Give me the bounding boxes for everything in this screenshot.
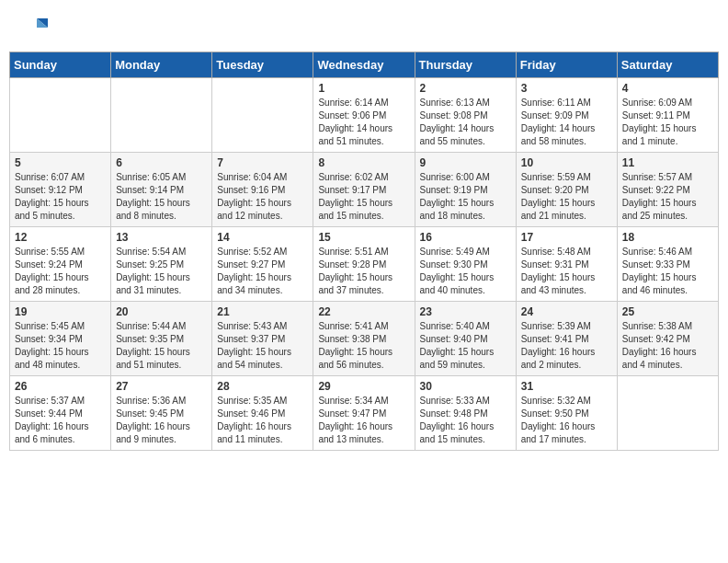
day-number: 3: [521, 82, 612, 95]
day-number: 5: [15, 156, 106, 169]
day-number: 27: [116, 380, 207, 393]
day-number: 22: [318, 305, 409, 318]
day-number: 9: [420, 156, 511, 169]
calendar-cell: 2Sunrise: 6:13 AM Sunset: 9:08 PM Daylig…: [415, 78, 516, 153]
calendar-cell: 6Sunrise: 6:05 AM Sunset: 9:14 PM Daylig…: [111, 153, 212, 227]
day-number: 20: [116, 305, 207, 318]
calendar-cell: 28Sunrise: 5:35 AM Sunset: 9:46 PM Dayli…: [212, 376, 313, 451]
calendar-cell: 14Sunrise: 5:52 AM Sunset: 9:27 PM Dayli…: [212, 227, 313, 302]
calendar-cell: 5Sunrise: 6:07 AM Sunset: 9:12 PM Daylig…: [10, 153, 111, 227]
calendar-week-row: 5Sunrise: 6:07 AM Sunset: 9:12 PM Daylig…: [10, 153, 719, 227]
calendar-body: 1Sunrise: 6:14 AM Sunset: 9:06 PM Daylig…: [10, 78, 719, 451]
day-info: Sunrise: 5:32 AM Sunset: 9:50 PM Dayligh…: [521, 395, 612, 446]
day-info: Sunrise: 5:34 AM Sunset: 9:47 PM Dayligh…: [318, 395, 409, 446]
day-number: 7: [217, 156, 308, 169]
day-info: Sunrise: 5:35 AM Sunset: 9:46 PM Dayligh…: [217, 395, 308, 446]
calendar-cell: 23Sunrise: 5:40 AM Sunset: 9:40 PM Dayli…: [415, 302, 516, 376]
weekday-header-monday: Monday: [111, 52, 212, 78]
day-info: Sunrise: 6:13 AM Sunset: 9:08 PM Dayligh…: [420, 97, 511, 148]
calendar-week-row: 12Sunrise: 5:55 AM Sunset: 9:24 PM Dayli…: [10, 227, 719, 302]
day-info: Sunrise: 6:04 AM Sunset: 9:16 PM Dayligh…: [217, 171, 308, 223]
calendar-cell: 20Sunrise: 5:44 AM Sunset: 9:35 PM Dayli…: [111, 302, 212, 376]
day-info: Sunrise: 5:39 AM Sunset: 9:41 PM Dayligh…: [521, 320, 612, 372]
day-info: Sunrise: 6:00 AM Sunset: 9:19 PM Dayligh…: [420, 171, 511, 223]
calendar-cell: 31Sunrise: 5:32 AM Sunset: 9:50 PM Dayli…: [516, 376, 617, 451]
calendar-cell: 24Sunrise: 5:39 AM Sunset: 9:41 PM Dayli…: [516, 302, 617, 376]
day-number: 25: [622, 305, 713, 318]
calendar-cell: 22Sunrise: 5:41 AM Sunset: 9:38 PM Dayli…: [313, 302, 415, 376]
day-number: 12: [15, 231, 106, 244]
day-number: 4: [622, 82, 713, 95]
logo: [18, 15, 51, 44]
calendar-week-row: 1Sunrise: 6:14 AM Sunset: 9:06 PM Daylig…: [10, 78, 719, 153]
day-info: Sunrise: 5:44 AM Sunset: 9:35 PM Dayligh…: [116, 320, 207, 372]
day-number: 18: [622, 231, 713, 244]
calendar-cell: 17Sunrise: 5:48 AM Sunset: 9:31 PM Dayli…: [516, 227, 617, 302]
day-number: 6: [116, 156, 207, 169]
day-info: Sunrise: 5:49 AM Sunset: 9:30 PM Dayligh…: [420, 246, 511, 297]
day-info: Sunrise: 5:41 AM Sunset: 9:38 PM Dayligh…: [318, 320, 409, 372]
day-info: Sunrise: 5:57 AM Sunset: 9:22 PM Dayligh…: [622, 171, 713, 223]
day-info: Sunrise: 5:59 AM Sunset: 9:20 PM Dayligh…: [521, 171, 612, 223]
calendar-cell: 16Sunrise: 5:49 AM Sunset: 9:30 PM Dayli…: [415, 227, 516, 302]
day-number: 29: [318, 380, 409, 393]
day-number: 2: [420, 82, 511, 95]
calendar-cell: 1Sunrise: 6:14 AM Sunset: 9:06 PM Daylig…: [313, 78, 415, 153]
day-info: Sunrise: 6:11 AM Sunset: 9:09 PM Dayligh…: [521, 97, 612, 148]
calendar-cell: 13Sunrise: 5:54 AM Sunset: 9:25 PM Dayli…: [111, 227, 212, 302]
day-number: 11: [622, 156, 713, 169]
weekday-header-friday: Friday: [516, 52, 617, 78]
calendar-cell: 3Sunrise: 6:11 AM Sunset: 9:09 PM Daylig…: [516, 78, 617, 153]
calendar-cell: 8Sunrise: 6:02 AM Sunset: 9:17 PM Daylig…: [313, 153, 415, 227]
day-number: 30: [420, 380, 511, 393]
calendar-week-row: 26Sunrise: 5:37 AM Sunset: 9:44 PM Dayli…: [10, 376, 719, 451]
day-number: 15: [318, 231, 409, 244]
calendar-cell: [212, 78, 313, 153]
day-info: Sunrise: 6:09 AM Sunset: 9:11 PM Dayligh…: [622, 97, 713, 148]
day-info: Sunrise: 5:52 AM Sunset: 9:27 PM Dayligh…: [217, 246, 308, 297]
calendar-cell: 21Sunrise: 5:43 AM Sunset: 9:37 PM Dayli…: [212, 302, 313, 376]
day-number: 28: [217, 380, 308, 393]
calendar-table: SundayMondayTuesdayWednesdayThursdayFrid…: [9, 52, 719, 451]
day-info: Sunrise: 5:48 AM Sunset: 9:31 PM Dayligh…: [521, 246, 612, 297]
day-info: Sunrise: 5:43 AM Sunset: 9:37 PM Dayligh…: [217, 320, 308, 372]
weekday-header-row: SundayMondayTuesdayWednesdayThursdayFrid…: [10, 52, 719, 78]
page-header: [0, 0, 728, 52]
weekday-header-wednesday: Wednesday: [313, 52, 415, 78]
calendar-cell: 9Sunrise: 6:00 AM Sunset: 9:19 PM Daylig…: [415, 153, 516, 227]
day-number: 1: [318, 82, 409, 95]
calendar-cell: 26Sunrise: 5:37 AM Sunset: 9:44 PM Dayli…: [10, 376, 111, 451]
calendar-cell: 15Sunrise: 5:51 AM Sunset: 9:28 PM Dayli…: [313, 227, 415, 302]
calendar-cell: 12Sunrise: 5:55 AM Sunset: 9:24 PM Dayli…: [10, 227, 111, 302]
day-number: 23: [420, 305, 511, 318]
calendar-cell: [617, 376, 718, 451]
day-info: Sunrise: 6:02 AM Sunset: 9:17 PM Dayligh…: [318, 171, 409, 223]
calendar-cell: 18Sunrise: 5:46 AM Sunset: 9:33 PM Dayli…: [617, 227, 718, 302]
day-number: 24: [521, 305, 612, 318]
day-number: 17: [521, 231, 612, 244]
day-info: Sunrise: 5:37 AM Sunset: 9:44 PM Dayligh…: [15, 395, 106, 446]
day-number: 14: [217, 231, 308, 244]
weekday-header-thursday: Thursday: [415, 52, 516, 78]
day-info: Sunrise: 5:33 AM Sunset: 9:48 PM Dayligh…: [420, 395, 511, 446]
day-info: Sunrise: 5:55 AM Sunset: 9:24 PM Dayligh…: [15, 246, 106, 297]
weekday-header-tuesday: Tuesday: [212, 52, 313, 78]
day-info: Sunrise: 6:07 AM Sunset: 9:12 PM Dayligh…: [15, 171, 106, 223]
calendar-cell: 4Sunrise: 6:09 AM Sunset: 9:11 PM Daylig…: [617, 78, 718, 153]
weekday-header-saturday: Saturday: [617, 52, 718, 78]
day-info: Sunrise: 5:54 AM Sunset: 9:25 PM Dayligh…: [116, 246, 207, 297]
day-number: 13: [116, 231, 207, 244]
day-number: 26: [15, 380, 106, 393]
day-number: 10: [521, 156, 612, 169]
day-number: 31: [521, 380, 612, 393]
day-number: 16: [420, 231, 511, 244]
day-info: Sunrise: 5:46 AM Sunset: 9:33 PM Dayligh…: [622, 246, 713, 297]
calendar-cell: [10, 78, 111, 153]
day-info: Sunrise: 6:05 AM Sunset: 9:14 PM Dayligh…: [116, 171, 207, 223]
calendar-week-row: 19Sunrise: 5:45 AM Sunset: 9:34 PM Dayli…: [10, 302, 719, 376]
day-info: Sunrise: 6:14 AM Sunset: 9:06 PM Dayligh…: [318, 97, 409, 148]
day-number: 21: [217, 305, 308, 318]
calendar-cell: 11Sunrise: 5:57 AM Sunset: 9:22 PM Dayli…: [617, 153, 718, 227]
calendar-wrap: SundayMondayTuesdayWednesdayThursdayFrid…: [0, 52, 728, 460]
calendar-cell: 19Sunrise: 5:45 AM Sunset: 9:34 PM Dayli…: [10, 302, 111, 376]
